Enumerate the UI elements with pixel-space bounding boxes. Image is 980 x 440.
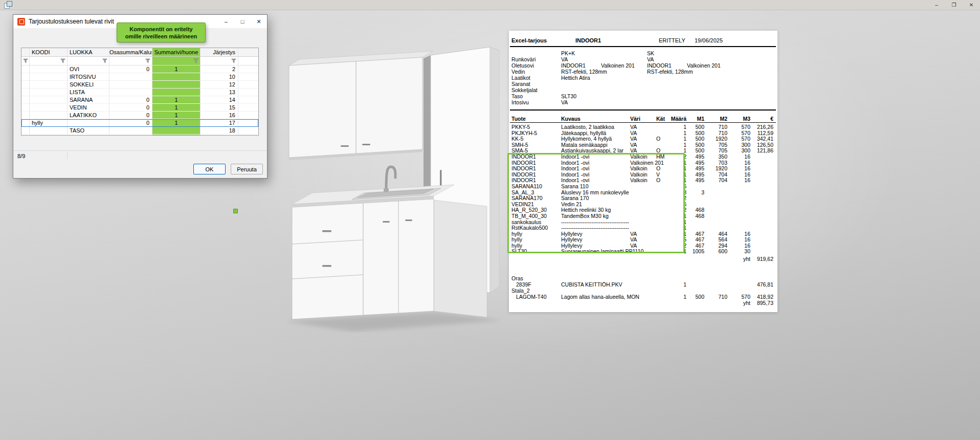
doc-info-row: OletusoviINDOOR1Valkoinen 201INDOOR1Valk… [509, 62, 777, 69]
dialog-grid-row[interactable]: hylly0117 [21, 119, 258, 127]
product-cell: 500 [689, 124, 704, 130]
dialog-grid-row[interactable]: VEDIN0115 [21, 104, 258, 112]
cell-koodi: hylly [30, 119, 68, 126]
cell-luokka: LISTA [68, 89, 109, 96]
window-close-button[interactable]: ✕ [963, 0, 980, 10]
product-cell: SARANA170 [511, 195, 543, 202]
cell-jarjestys: 12 [201, 81, 238, 88]
product-cell: 2 [662, 243, 686, 249]
cell-luokka: OVI [68, 65, 109, 73]
info-value-1b: Valkoinen 201 [601, 62, 635, 69]
grid-header-osasumma[interactable]: Osasumma/Kaluste [109, 48, 152, 56]
item-m1: 500 [689, 294, 704, 300]
cell-osasumma: 0 [109, 112, 152, 119]
app-icon-front-square [7, 1, 12, 7]
cell-koodi [30, 96, 68, 103]
filter-cell[interactable] [30, 57, 68, 65]
item-eur: 476,81 [740, 281, 773, 288]
row-selector-cell [21, 81, 30, 88]
dialog-statusbar: 8/9 [13, 150, 267, 161]
dialog-close-button[interactable]: ✕ [251, 15, 267, 28]
product-cell: 1 [662, 249, 686, 255]
filter-cell[interactable] [201, 57, 238, 65]
product-cell: 1920 [707, 166, 727, 172]
item-maara: 1 [662, 294, 686, 300]
app-icon[interactable] [4, 1, 13, 9]
product-cell: 1 [662, 124, 686, 130]
dialog-maximize-button[interactable]: □ [234, 15, 251, 28]
kitchen-3d-viewport[interactable] [281, 41, 506, 333]
product-cell: Valkoin [630, 154, 648, 160]
grid-header-jarjestys[interactable]: Järjestys [201, 48, 238, 56]
dialog-grid-row[interactable]: LAATIKKO0116 [21, 112, 258, 119]
window-maximize-button[interactable]: ❐ [945, 0, 963, 10]
dialog-grid-row[interactable]: SARANA0114 [21, 96, 258, 104]
dialog-minimize-button[interactable]: – [218, 15, 234, 28]
product-cell: 2 [662, 207, 686, 213]
cell-osasumma: 0 [109, 96, 152, 103]
grid-header-luokka[interactable]: LUOKKA [68, 48, 109, 56]
grid-header-koodi[interactable]: KOODI [30, 48, 68, 56]
info-value-2: VA [647, 56, 654, 62]
drawer-handle-bottom [322, 265, 331, 267]
filter-cell[interactable] [68, 57, 109, 65]
item-desc: Lagom allas hana-alueella, MON [561, 294, 639, 300]
cell-koodi [30, 81, 68, 88]
cell-filler [238, 65, 258, 73]
doc-model: INDOOR1 [575, 37, 601, 43]
product-cell: 1 [662, 166, 686, 172]
dialog-grid-rows: OVI012IRTOSIVU10SOKKELI12LISTA13SARANA01… [21, 65, 258, 135]
window-minimize-button[interactable]: – [928, 0, 945, 10]
item-eur: 418,92 [740, 294, 773, 300]
info-value-2: INDOOR1 [647, 62, 672, 69]
product-cell: SARANA110 [511, 184, 542, 190]
cell-luokka: TASO [68, 127, 109, 134]
dialog-grid-row[interactable]: TASO18 [21, 127, 258, 135]
col-header-m2: M2 [707, 116, 727, 122]
cancel-button[interactable]: Peruuta [231, 164, 263, 174]
dialog-grid-row[interactable]: OVI012 [21, 65, 258, 73]
main-titlebar[interactable]: – ❐ ✕ [0, 0, 980, 10]
wall-cabinet [289, 51, 433, 160]
filter-cell[interactable] [109, 57, 152, 65]
row-selector-cell [21, 104, 30, 111]
filter-cell[interactable] [152, 57, 201, 65]
info-label: Sokkeljalat [511, 87, 538, 93]
filter-cell-filler [238, 57, 258, 65]
cell-jarjestys: 17 [201, 119, 238, 126]
product-cell: Laatikosto, 2 laatikkoa [561, 124, 614, 130]
doc-brand-row: Stala_2 [509, 288, 777, 294]
info-value-1: VA [561, 56, 568, 62]
cell-summarivi: 1 [152, 96, 201, 103]
application-window: – ❐ ✕ [0, 0, 980, 440]
info-value-1: VA [561, 99, 568, 105]
info-value-1: Hettich Atira [561, 75, 590, 81]
cell-luokka: IRTOSIVU [68, 73, 109, 80]
ok-button[interactable]: OK [193, 164, 226, 174]
dialog-grid-row[interactable]: SOKKELI12 [21, 81, 258, 89]
doc-extra-item-row: LAGOM-T40Lagom allas hana-alueella, MON1… [509, 294, 777, 300]
info-label: Saranat [511, 81, 530, 87]
product-cell: 350 [707, 154, 727, 160]
annotation-tooltip: Komponentit on eritelty omille riveillee… [117, 23, 206, 42]
product-cell: 1 [662, 136, 686, 142]
cell-filler [238, 96, 258, 103]
dialog-grid-row[interactable]: LISTA13 [21, 89, 258, 96]
cell-filler [238, 73, 258, 80]
info-label: Irtosivu [511, 99, 529, 105]
doc-info-row: PK+KSK [509, 50, 777, 56]
doc-info-row: LaatikotHettich Atira [509, 75, 777, 81]
doc-product-row: PKJKYH-5Jätekaappi, hyllylläVA1500710570… [509, 130, 777, 137]
doc-table-header: Tuote Kuvaus Väri Kät Määrä M1 M2 M3 € [509, 116, 777, 122]
cell-summarivi [152, 89, 201, 96]
cell-luokka: SARANA [68, 96, 109, 103]
doc-brand-row: Oras [509, 275, 777, 281]
dialog-grid-row[interactable]: IRTOSIVU10 [21, 73, 258, 81]
product-cell: 1 [662, 178, 686, 184]
filter-cell[interactable] [21, 57, 30, 65]
row-selector-cell [21, 96, 30, 103]
cell-jarjestys: 16 [201, 112, 238, 119]
info-value-2b: Valkoinen 201 [687, 62, 721, 69]
item-maara: 1 [662, 281, 686, 288]
grid-header-summarivi[interactable]: Summarivi/huone [152, 48, 201, 56]
